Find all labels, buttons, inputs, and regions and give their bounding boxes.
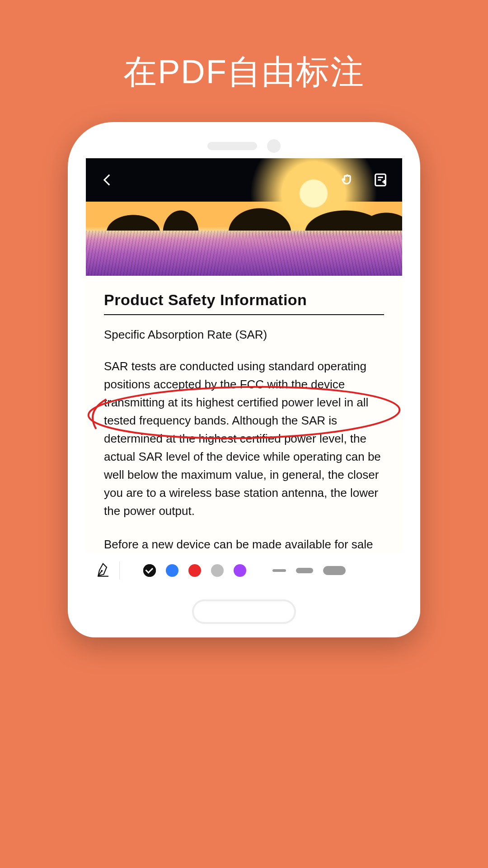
device-speaker <box>207 139 281 153</box>
color-swatch-grey[interactable] <box>211 564 224 577</box>
back-button[interactable] <box>97 169 118 191</box>
color-swatch-blue[interactable] <box>166 564 178 577</box>
title-rule <box>104 314 384 315</box>
document-body[interactable]: Product Safety Information Specific Abso… <box>86 276 402 553</box>
app-screen: Product Safety Information Specific Abso… <box>86 158 402 588</box>
doc-paragraph: SAR tests are conducted using standard o… <box>104 357 384 520</box>
hand-pointer-icon <box>339 172 355 188</box>
annotation-toolbar <box>86 553 402 588</box>
toolbar-divider <box>119 561 120 580</box>
doc-title: Product Safety Information <box>104 291 384 309</box>
add-note-button[interactable] <box>370 169 391 191</box>
doc-subhead: Specific Absorption Rate (SAR) <box>104 328 384 342</box>
color-swatch-red[interactable] <box>188 564 201 577</box>
hand-tool-button[interactable] <box>336 169 358 191</box>
doc-paragraph: Before a new device can be made availabl… <box>104 535 384 553</box>
stroke-width-options <box>272 566 346 575</box>
chevron-left-icon <box>100 172 115 188</box>
color-swatch-black[interactable] <box>143 564 156 577</box>
app-bar <box>86 158 402 202</box>
pen-tool-button[interactable] <box>96 562 110 579</box>
device-frame: Product Safety Information Specific Abso… <box>68 122 420 637</box>
stroke-thick[interactable] <box>323 566 346 575</box>
color-swatch-purple[interactable] <box>234 564 246 577</box>
pen-nib-icon <box>96 562 110 577</box>
stroke-medium[interactable] <box>296 568 313 573</box>
note-add-icon <box>373 172 388 188</box>
document-hero-image <box>86 158 402 276</box>
stroke-thin[interactable] <box>272 569 286 572</box>
promo-headline: 在PDF自由标注 <box>0 0 488 95</box>
device-home-button <box>192 599 296 624</box>
color-swatches <box>143 564 246 577</box>
